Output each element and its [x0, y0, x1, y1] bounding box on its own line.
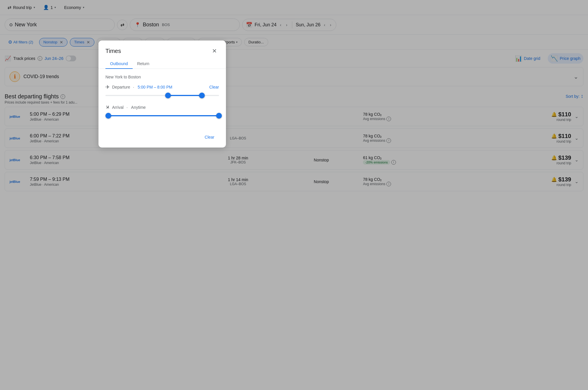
- times-modal: Times ✕ Outbound Return New York to Bost…: [98, 41, 226, 148]
- slider-thumb-left[interactable]: [105, 113, 111, 119]
- modal-body: New York to Boston ✈ Departure · 5:00 PM…: [98, 69, 226, 130]
- arrival-plane-icon: ✈: [104, 104, 111, 111]
- route-label: New York to Boston: [105, 75, 219, 79]
- arrival-slider-section: ✈ Arrival · Anytime: [105, 104, 219, 119]
- slider-track: [105, 95, 219, 96]
- modal-header: Times ✕: [98, 41, 226, 56]
- slider-fill: [168, 95, 202, 96]
- arrival-slider[interactable]: [105, 113, 219, 119]
- slider-fill: [105, 115, 219, 116]
- tab-outbound[interactable]: Outbound: [105, 59, 133, 69]
- slider-thumb-right[interactable]: [199, 93, 205, 98]
- departure-plane-icon: ✈: [105, 84, 110, 90]
- modal-overlay[interactable]: Times ✕ Outbound Return New York to Bost…: [0, 0, 588, 194]
- modal-clear-button[interactable]: Clear: [200, 133, 219, 142]
- departure-label: Departure: [112, 85, 130, 89]
- departure-time: 5:00 PM – 8:00 PM: [138, 85, 172, 89]
- slider-track: [105, 115, 219, 116]
- arrival-time: Anytime: [131, 105, 146, 110]
- departure-slider-section: ✈ Departure · 5:00 PM – 8:00 PM Clear: [105, 84, 219, 98]
- slider-header: ✈ Arrival · Anytime: [105, 104, 219, 111]
- clear-departure-button[interactable]: Clear: [209, 85, 219, 89]
- tab-return[interactable]: Return: [133, 59, 154, 69]
- slider-header: ✈ Departure · 5:00 PM – 8:00 PM Clear: [105, 84, 219, 90]
- modal-close-button[interactable]: ✕: [210, 46, 219, 56]
- slider-thumb-left[interactable]: [165, 93, 171, 98]
- arrival-label: Arrival: [112, 105, 124, 110]
- modal-footer: Clear: [98, 130, 226, 148]
- departure-slider[interactable]: [105, 93, 219, 98]
- modal-tabs: Outbound Return: [98, 56, 226, 69]
- modal-title: Times: [105, 48, 121, 54]
- slider-thumb-right[interactable]: [216, 113, 222, 119]
